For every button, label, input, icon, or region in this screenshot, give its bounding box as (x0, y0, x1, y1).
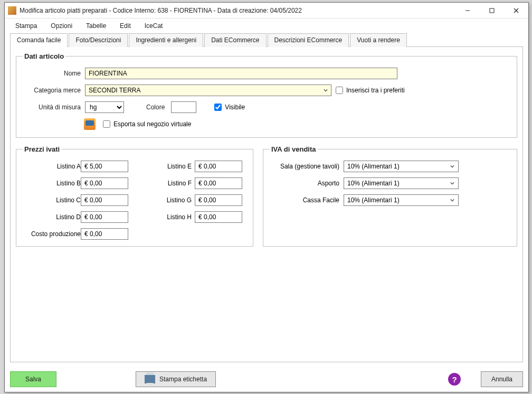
print-label-button-label: Stampa etichetta (159, 376, 207, 383)
tab-strip: Comanda facile Foto/Descrizioni Ingredie… (10, 33, 523, 47)
tab-ingredienti-allergeni[interactable]: Ingredienti e allergeni (129, 33, 203, 47)
label-listino-b: Listino B (23, 180, 81, 187)
menu-edit[interactable]: Edit (115, 20, 136, 32)
printer-icon (145, 375, 155, 383)
label-iva-sala: Sala (gestione tavoli) (270, 163, 344, 170)
label-iva-cassa-facile: Cassa Facile (270, 196, 344, 204)
tab-dati-ecommerce[interactable]: Dati ECommerce (204, 33, 266, 47)
close-button[interactable] (504, 3, 528, 18)
save-button-label: Salva (25, 376, 41, 383)
checkbox-inserisci-preferiti[interactable]: Inserisci tra i preferiti (336, 87, 405, 94)
menu-tabelle[interactable]: Tabelle (81, 20, 111, 32)
select-iva-asporto-value: 10% (Alimentari 1) (347, 180, 400, 187)
input-nome[interactable] (85, 68, 397, 79)
two-column-row: Prezzi ivati Listino A Listino E Listino… (16, 145, 517, 254)
select-iva-cassa-facile-value: 10% (Alimentari 1) (347, 196, 400, 204)
title-bar: Modifica articolo piatti preparati - Cod… (5, 3, 528, 18)
tabs-container: Comanda facile Foto/Descrizioni Ingredie… (5, 33, 528, 47)
label-listino-f: Listino F (153, 180, 195, 187)
color-picker[interactable] (171, 101, 196, 113)
label-iva-asporto: Asporto (270, 180, 344, 187)
label-inserisci-preferiti: Inserisci tra i preferiti (346, 87, 405, 94)
cancel-button[interactable]: Annulla (481, 371, 523, 387)
label-listino-d: Listino D (23, 213, 81, 221)
chevron-down-icon (321, 86, 330, 95)
app-icon (8, 6, 16, 15)
save-button[interactable]: Salva (10, 371, 56, 387)
chevron-down-icon (448, 196, 457, 204)
legend-iva-vendita: IVA di vendita (270, 145, 318, 153)
input-listino-g[interactable] (195, 194, 242, 206)
select-iva-asporto[interactable]: 10% (Alimentari 1) (344, 177, 459, 189)
select-unita-di-misura[interactable]: hg (85, 101, 124, 113)
tab-content: Dati articolo Nome Categoria merce SECON… (10, 47, 523, 362)
label-colore: Colore (146, 104, 167, 111)
label-costo-produzione: Costo produzione (23, 230, 81, 238)
input-listino-b[interactable] (81, 177, 128, 189)
print-label-button[interactable]: Stampa etichetta (136, 371, 216, 387)
group-iva-vendita: IVA di vendita Sala (gestione tavoli) 10… (263, 145, 517, 247)
select-iva-sala-value: 10% (Alimentari 1) (347, 163, 400, 170)
input-listino-e[interactable] (195, 161, 242, 172)
checkbox-inserisci-preferiti-input[interactable] (336, 87, 343, 94)
input-costo-produzione[interactable] (81, 228, 128, 240)
minimize-button[interactable] (455, 3, 480, 18)
checkbox-visibile-input[interactable] (214, 104, 222, 111)
select-categoria-merce[interactable]: SECONDI TERRA (85, 85, 331, 96)
input-listino-a[interactable] (81, 161, 128, 172)
checkbox-esporta-negozio-input[interactable] (103, 120, 110, 128)
menu-bar: Stampa Opzioni Tabelle Edit IceCat (5, 18, 528, 33)
cancel-button-label: Annulla (491, 376, 512, 383)
input-listino-h[interactable] (195, 211, 242, 223)
legend-prezzi-ivati: Prezzi ivati (23, 145, 61, 153)
group-dati-articolo: Dati articolo Nome Categoria merce SECON… (16, 52, 517, 138)
legend-dati-articolo: Dati articolo (23, 52, 65, 60)
group-prezzi-ivati: Prezzi ivati Listino A Listino E Listino… (16, 145, 253, 247)
checkbox-visibile[interactable]: Visibile (214, 104, 245, 111)
maximize-button[interactable] (480, 3, 504, 18)
input-listino-c[interactable] (81, 194, 128, 206)
dialog-footer: Salva Stampa etichetta ? Annulla (5, 367, 528, 392)
label-listino-a: Listino A (23, 163, 81, 170)
window-title: Modifica articolo piatti preparati - Cod… (20, 7, 455, 14)
tab-comanda-facile[interactable]: Comanda facile (10, 33, 68, 47)
dialog-window: Modifica articolo piatti preparati - Cod… (4, 2, 529, 392)
select-iva-cassa-facile[interactable]: 10% (Alimentari 1) (344, 194, 459, 206)
menu-opzioni[interactable]: Opzioni (45, 20, 78, 32)
window-buttons (455, 3, 528, 18)
label-unita-di-misura: Unità di misura (23, 104, 81, 111)
tab-foto-descrizioni[interactable]: Foto/Descrizioni (69, 33, 128, 47)
chevron-down-icon (448, 180, 457, 187)
label-nome: Nome (23, 70, 81, 77)
label-categoria-merce: Categoria merce (23, 87, 81, 94)
label-listino-c: Listino C (23, 196, 81, 204)
label-visibile: Visibile (225, 104, 245, 111)
label-listino-h: Listino H (153, 213, 195, 221)
label-listino-g: Listino G (153, 196, 195, 204)
help-icon[interactable]: ? (448, 373, 461, 386)
select-iva-sala[interactable]: 10% (Alimentari 1) (344, 161, 459, 172)
tab-descrizioni-ecommerce[interactable]: Descrizioni ECommerce (268, 33, 349, 47)
cart-icon (84, 118, 96, 130)
chevron-down-icon (448, 163, 457, 170)
select-categoria-merce-value: SECONDI TERRA (89, 87, 140, 94)
input-listino-f[interactable] (195, 177, 242, 189)
input-listino-d[interactable] (81, 211, 128, 223)
label-esporta-negozio: Esporta sul negozio virtuale (113, 120, 191, 128)
svg-rect-1 (490, 8, 494, 13)
menu-icecat[interactable]: IceCat (139, 20, 168, 32)
checkbox-esporta-negozio[interactable]: Esporta sul negozio virtuale (103, 120, 191, 128)
label-listino-e: Listino E (153, 163, 195, 170)
tab-vuoti-a-rendere[interactable]: Vuoti a rendere (350, 33, 407, 47)
menu-stampa[interactable]: Stampa (10, 20, 42, 32)
